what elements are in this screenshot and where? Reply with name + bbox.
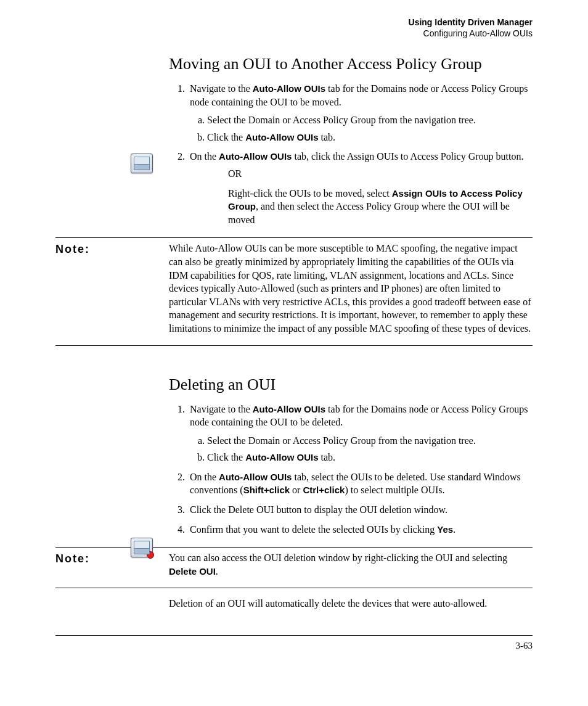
section2-step1: Navigate to the Auto-Allow OUIs tab for … bbox=[187, 403, 533, 464]
note1-text: While Auto-Allow OUIs can be more suscep… bbox=[169, 242, 533, 335]
note-label: Note: bbox=[55, 242, 169, 339]
assign-oui-icon bbox=[131, 154, 153, 173]
section2-step2: On the Auto-Allow OUIs tab, select the O… bbox=[187, 470, 533, 497]
section1-step2: On the Auto-Allow OUIs tab, click the As… bbox=[187, 150, 533, 226]
section1-substeps: Select the Domain or Access Policy Group… bbox=[190, 113, 533, 144]
text: On the bbox=[190, 151, 219, 162]
page-header: Using Identity Driven Manager Configurin… bbox=[55, 17, 533, 39]
text: . bbox=[453, 524, 455, 535]
text: . bbox=[216, 566, 218, 577]
bold-text: Auto-Allow OUIs bbox=[253, 404, 325, 414]
bold-text: Ctrl+click bbox=[303, 485, 345, 495]
text: Right-click the OUIs to be moved, select bbox=[228, 188, 392, 199]
bold-text: Auto-Allow OUIs bbox=[253, 83, 325, 94]
footer-rule bbox=[55, 635, 533, 636]
note-body: While Auto-Allow OUIs can be more suscep… bbox=[169, 242, 533, 339]
text: ) to select multiple OUIs. bbox=[345, 485, 444, 495]
bold-text: Auto-Allow OUIs bbox=[245, 452, 318, 462]
section-moving-oui: Moving an OUI to Another Access Policy G… bbox=[169, 55, 533, 226]
text: tab. bbox=[319, 132, 336, 142]
text: Navigate to the bbox=[190, 404, 253, 414]
text: or bbox=[290, 485, 303, 495]
section2-step3: Click the Delete OUI button to display t… bbox=[187, 503, 533, 517]
section1-alt: OR Right-click the OUIs to be moved, sel… bbox=[228, 167, 533, 226]
header-subtitle: Configuring Auto-Allow OUIs bbox=[55, 28, 533, 39]
text: Click the bbox=[207, 452, 245, 462]
deletion-consequence: Deletion of an OUI will automatically de… bbox=[169, 597, 533, 610]
alt-instruction: Right-click the OUIs to be moved, select… bbox=[228, 187, 533, 227]
or-label: OR bbox=[228, 167, 533, 181]
section1-title: Moving an OUI to Another Access Policy G… bbox=[169, 55, 533, 73]
header-title: Using Identity Driven Manager bbox=[55, 17, 533, 28]
section2-step1b: Click the Auto-Allow OUIs tab. bbox=[207, 451, 533, 464]
text: tab, click the Assign OUIs to Access Pol… bbox=[292, 151, 523, 162]
delete-oui-icon bbox=[131, 538, 153, 557]
bold-text: Yes bbox=[437, 524, 453, 535]
text: , and then select the Access Policy Grou… bbox=[228, 201, 510, 225]
section2-step1a: Select the Domain or Access Policy Group… bbox=[207, 434, 533, 448]
section2-steps: Navigate to the Auto-Allow OUIs tab for … bbox=[169, 403, 533, 536]
bold-text: Auto-Allow OUIs bbox=[219, 151, 292, 162]
section1-steps: Navigate to the Auto-Allow OUIs tab for … bbox=[169, 82, 533, 226]
note-body: You can also access the OUI deletion win… bbox=[169, 551, 533, 581]
bold-text: Auto-Allow OUIs bbox=[219, 472, 292, 482]
text: Click the bbox=[207, 132, 245, 142]
section2-substeps: Select the Domain or Access Policy Group… bbox=[190, 434, 533, 464]
note-1: Note: While Auto-Allow OUIs can be more … bbox=[55, 237, 533, 345]
text: Navigate to the bbox=[190, 83, 253, 94]
note-2: Note: You can also access the OUI deleti… bbox=[55, 547, 533, 588]
text: Confirm that you want to delete the sele… bbox=[190, 524, 437, 535]
section-deleting-oui: Deleting an OUI Navigate to the Auto-All… bbox=[169, 376, 533, 536]
text: tab. bbox=[319, 452, 336, 462]
section2-step4: Confirm that you want to delete the sele… bbox=[187, 523, 533, 536]
section2-title: Deleting an OUI bbox=[169, 376, 533, 394]
bold-text: Delete OUI bbox=[169, 566, 216, 577]
section1-step1: Navigate to the Auto-Allow OUIs tab for … bbox=[187, 82, 533, 144]
page-number: 3-63 bbox=[55, 641, 533, 651]
section1-step1a: Select the Domain or Access Policy Group… bbox=[207, 113, 533, 127]
note2-text: You can also access the OUI deletion win… bbox=[169, 551, 533, 578]
bold-text: Shift+click bbox=[243, 485, 290, 495]
section1-step1b: Click the Auto-Allow OUIs tab. bbox=[207, 131, 533, 144]
text: On the bbox=[190, 472, 219, 482]
bold-text: Auto-Allow OUIs bbox=[245, 132, 318, 142]
text: You can also access the OUI deletion win… bbox=[169, 552, 507, 563]
